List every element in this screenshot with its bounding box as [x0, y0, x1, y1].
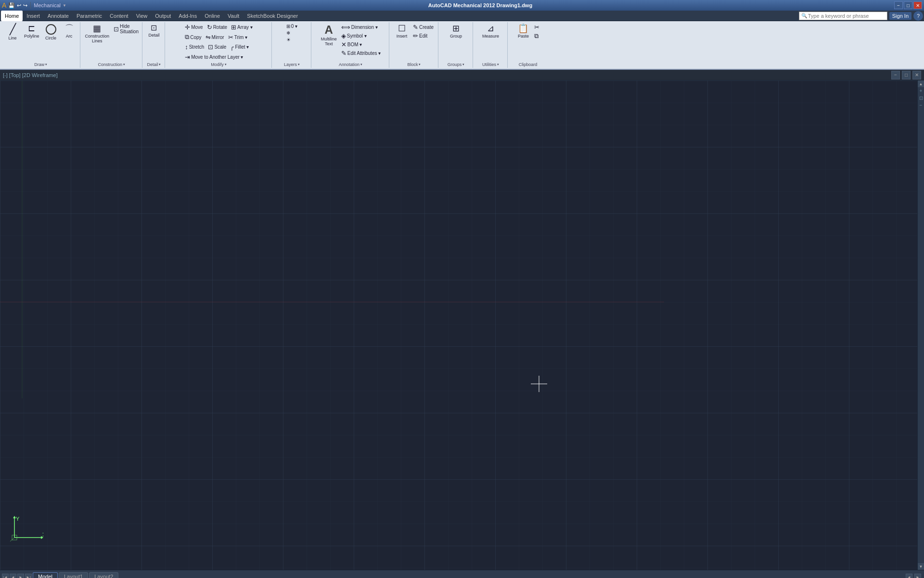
- modify-group-label[interactable]: Modify ▾: [211, 61, 227, 67]
- search-input[interactable]: [808, 13, 885, 19]
- ribbon: ╱ Line ⊏ Polyline Circle ⌒ Arc Draw: [0, 21, 924, 70]
- scroll-zoom-in[interactable]: +: [920, 88, 923, 93]
- groups-group-label[interactable]: Groups ▾: [448, 61, 465, 67]
- menu-annotate[interactable]: Annotate: [44, 11, 73, 21]
- layer-btn-1[interactable]: ⊞ 0 ▾: [285, 23, 299, 29]
- detail-group-label[interactable]: Detail ▾: [147, 61, 161, 67]
- close-button[interactable]: ✕: [913, 1, 922, 9]
- copy-button[interactable]: ⧉ Copy: [183, 33, 203, 41]
- block-group-dropdown[interactable]: ▾: [419, 63, 421, 66]
- menu-addins[interactable]: Add-Ins: [175, 11, 201, 21]
- layer-off-btn[interactable]: ☀: [285, 37, 299, 43]
- modify-group-dropdown[interactable]: ▾: [225, 63, 227, 66]
- insert-button[interactable]: ☐ Insert: [393, 23, 411, 39]
- menu-sketchbook[interactable]: SketchBook Designer: [243, 11, 302, 21]
- layout-scroll-left[interactable]: ◄: [906, 574, 912, 578]
- move-to-layer-dropdown[interactable]: ▾: [241, 54, 243, 60]
- menu-content[interactable]: Content: [106, 11, 132, 21]
- menu-online[interactable]: Online: [201, 11, 224, 21]
- menu-parametric[interactable]: Parametric: [73, 11, 106, 21]
- draw-line-button[interactable]: ╱ Line: [4, 23, 21, 41]
- viewport-close-button[interactable]: ✕: [912, 71, 921, 79]
- measure-button[interactable]: ⊿ Measure: [480, 23, 501, 39]
- paste-button[interactable]: 📋 Paste: [514, 23, 532, 39]
- draw-circle-button[interactable]: Circle: [42, 23, 60, 41]
- group-button[interactable]: ⊞ Group: [447, 23, 464, 39]
- dimension-button[interactable]: ⟺ Dimension ▾: [340, 23, 382, 31]
- trim-button[interactable]: ✂ Trim ▾: [227, 33, 249, 41]
- layers-group-label[interactable]: Layers ▾: [284, 61, 300, 67]
- search-box[interactable]: 🔍: [799, 12, 887, 20]
- rotate-button[interactable]: ↻ Rotate: [205, 23, 229, 31]
- layout-scroll-right[interactable]: ►: [914, 574, 921, 578]
- stretch-button[interactable]: ↕ Stretch: [183, 43, 205, 51]
- scroll-down-button[interactable]: ▼: [918, 563, 924, 570]
- scroll-up-button[interactable]: ▲: [918, 80, 924, 87]
- symbol-button[interactable]: ◈ Symbol ▾: [340, 32, 382, 40]
- main-area: [-] [Top] [2D Wireframe] − □ ✕: [0, 70, 924, 578]
- restore-button[interactable]: □: [904, 1, 912, 9]
- draw-group-label[interactable]: Draw ▾: [34, 61, 47, 67]
- tab-nav-prev[interactable]: ◄: [10, 574, 16, 578]
- construction-lines-button[interactable]: ▦ ConstructionLines: [83, 23, 112, 44]
- layers-group-dropdown[interactable]: ▾: [298, 63, 300, 66]
- create-block-button[interactable]: ✎ Create: [411, 23, 435, 31]
- edit-block-label: Edit: [419, 33, 427, 39]
- vertical-scrollbar: ▲ + ⊡ − ▼: [917, 80, 924, 570]
- detail-main-button[interactable]: ⊡ Detail: [145, 23, 163, 39]
- layer-freeze-btn[interactable]: ❄: [285, 30, 299, 36]
- menu-insert[interactable]: Insert: [23, 11, 44, 21]
- construction-group-dropdown[interactable]: ▾: [123, 63, 125, 66]
- annotation-group-dropdown[interactable]: ▾: [360, 63, 362, 66]
- draw-arc-button[interactable]: ⌒ Arc: [61, 23, 78, 39]
- utilities-group-dropdown[interactable]: ▾: [497, 63, 499, 66]
- scroll-zoom-extent[interactable]: ⊡: [919, 95, 923, 101]
- utilities-group-label[interactable]: Utilities ▾: [482, 61, 499, 67]
- circle-label: Circle: [45, 36, 56, 40]
- menu-output[interactable]: Output: [151, 11, 175, 21]
- sign-in-button[interactable]: Sign In: [889, 12, 911, 20]
- minimize-button[interactable]: −: [894, 1, 903, 9]
- tab-layout2[interactable]: Layout2: [89, 572, 118, 578]
- construction-group-label[interactable]: Construction ▾: [98, 61, 125, 67]
- array-button[interactable]: ⊞ Array ▾: [230, 23, 254, 31]
- viewport-restore-button[interactable]: □: [902, 71, 911, 79]
- detail-group-dropdown[interactable]: ▾: [159, 63, 161, 66]
- fillet-button[interactable]: ╭ Fillet ▾: [229, 43, 250, 51]
- qa-dropdown-arrow[interactable]: ▼: [63, 3, 66, 8]
- tab-layout1[interactable]: Layout1: [59, 572, 88, 578]
- quick-access-undo[interactable]: ↩: [17, 2, 21, 9]
- quick-access-save[interactable]: 💾: [8, 2, 15, 9]
- multiline-text-button[interactable]: A MultilineText: [319, 23, 339, 47]
- cut-button[interactable]: ✂: [533, 23, 541, 31]
- menu-vault[interactable]: Vault: [224, 11, 243, 21]
- tab-nav-last[interactable]: ►|: [25, 574, 32, 578]
- quick-access-redo[interactable]: ↪: [23, 2, 27, 9]
- mirror-button[interactable]: ⇋ Mirror: [204, 33, 226, 41]
- help-button[interactable]: ?: [913, 11, 923, 21]
- draw-group-dropdown[interactable]: ▾: [45, 63, 47, 66]
- hide-situation-button[interactable]: ⊡ HideSituation: [112, 23, 140, 35]
- edit-attributes-button[interactable]: ✎ Edit Attributes ▾: [340, 49, 382, 57]
- menu-view[interactable]: View: [132, 11, 152, 21]
- groups-group-dropdown[interactable]: ▾: [462, 63, 464, 66]
- viewport-main[interactable]: X Y: [0, 80, 917, 570]
- viewport-minimize-button[interactable]: −: [891, 71, 900, 79]
- scale-button[interactable]: ⊡ Scale: [206, 43, 228, 51]
- tab-nav-first[interactable]: |◄: [2, 574, 9, 578]
- tab-model[interactable]: Model: [33, 572, 58, 578]
- bom-button[interactable]: ✕ BOM ▾: [340, 40, 382, 49]
- dimension-icon: ⟺: [341, 24, 350, 31]
- dimension-label: Dimension ▾: [351, 25, 378, 30]
- annotation-group-label[interactable]: Annotation ▾: [339, 61, 362, 67]
- move-button[interactable]: ✛ Move: [183, 23, 204, 31]
- copy-clipboard-button[interactable]: ⧉: [533, 32, 541, 40]
- multiline-text-icon: A: [325, 24, 333, 36]
- draw-polyline-button[interactable]: ⊏ Polyline: [22, 23, 41, 39]
- scroll-zoom-out[interactable]: −: [920, 103, 923, 108]
- menu-home[interactable]: Home: [1, 11, 23, 21]
- block-group-label[interactable]: Block ▾: [407, 61, 421, 67]
- move-to-layer-button[interactable]: ⇥ Move to Another Layer ▾: [183, 53, 244, 61]
- tab-nav-next[interactable]: ►: [17, 574, 24, 578]
- edit-block-button[interactable]: ✏ Edit: [411, 32, 435, 40]
